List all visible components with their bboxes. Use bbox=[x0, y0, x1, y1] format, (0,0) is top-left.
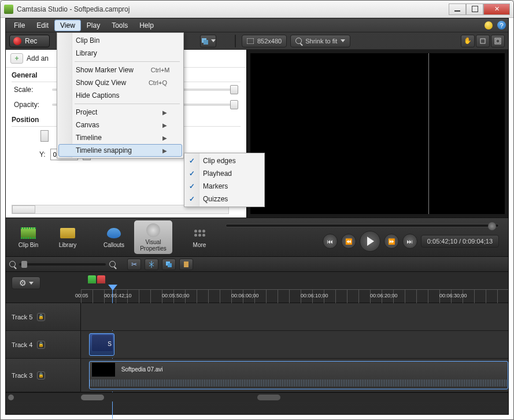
menu-play[interactable]: Play bbox=[81, 20, 106, 31]
tab-callouts[interactable]: Callouts bbox=[95, 220, 133, 254]
tab-library[interactable]: Library bbox=[49, 220, 87, 254]
ruler-tick: 00:06:10;00 bbox=[301, 293, 328, 299]
seek-bar[interactable] bbox=[225, 224, 499, 227]
preview-right-buttons: ✋ bbox=[461, 35, 505, 47]
chevron-down-icon bbox=[211, 39, 216, 42]
menu-help[interactable]: Help bbox=[134, 20, 160, 31]
track-row: Track 3 🔒 Softpedia 07.avi bbox=[6, 359, 508, 392]
lock-icon[interactable]: 🔒 bbox=[37, 341, 45, 349]
menu-item-canvas[interactable]: Canvas▶ bbox=[58, 119, 182, 131]
zoom-controls bbox=[9, 261, 116, 267]
submenu-arrow-icon: ▶ bbox=[162, 122, 167, 128]
import-icon bbox=[201, 37, 209, 45]
preview-canvas[interactable] bbox=[250, 53, 505, 214]
in-marker[interactable] bbox=[88, 275, 96, 283]
lock-icon[interactable]: 🔒 bbox=[37, 371, 45, 380]
crop-button[interactable] bbox=[476, 35, 490, 47]
menu-item-timeline[interactable]: Timeline▶ bbox=[58, 131, 182, 144]
ruler-tick: 00:05 bbox=[75, 293, 88, 299]
canvas-guide bbox=[428, 53, 429, 214]
track-body[interactable]: Softpedia 07.avi bbox=[81, 359, 508, 392]
menu-file[interactable]: File bbox=[8, 20, 31, 31]
prev-button[interactable]: ⏮ bbox=[323, 234, 338, 249]
submenu-arrow-icon: ▶ bbox=[162, 135, 167, 141]
ruler-tick: 00:05:50;00 bbox=[162, 293, 190, 299]
scroll-thumb-secondary[interactable] bbox=[257, 395, 280, 400]
scroll-left-icon[interactable] bbox=[8, 395, 14, 400]
zoom-slider[interactable] bbox=[19, 263, 106, 266]
submenu-arrow-icon: ▶ bbox=[162, 109, 167, 116]
submenu-item-clip-edges[interactable]: Clip edges bbox=[186, 154, 263, 167]
lock-icon[interactable]: 🔒 bbox=[37, 313, 45, 321]
track-body[interactable] bbox=[81, 303, 508, 330]
menu-view[interactable]: View bbox=[54, 20, 81, 31]
play-button[interactable] bbox=[360, 231, 380, 252]
record-icon bbox=[13, 37, 21, 45]
tab-clip-bin[interactable]: Clip Bin bbox=[9, 220, 47, 254]
split-button[interactable] bbox=[145, 259, 158, 270]
opacity-label: Opacity: bbox=[14, 101, 47, 109]
timeline-scrollbar[interactable] bbox=[6, 392, 508, 401]
audio-clip[interactable]: Softpedia 07.avi bbox=[89, 361, 508, 389]
submenu-item-quizzes[interactable]: Quizzes bbox=[186, 193, 263, 205]
paste-button[interactable] bbox=[179, 259, 193, 270]
timeline-header: ⚙ 00:05 00:05:42;10 00:05:50;00 00:06:00… bbox=[6, 272, 508, 303]
menu-item-hide-captions[interactable]: Hide Captions bbox=[58, 89, 182, 102]
canvas-size-button[interactable]: 852x480 bbox=[242, 35, 287, 47]
menu-edit[interactable]: Edit bbox=[31, 20, 54, 31]
rewind-button[interactable]: ⏪ bbox=[341, 234, 356, 249]
expand-icon bbox=[247, 38, 254, 44]
visual-properties-icon bbox=[146, 223, 160, 237]
zoom-out-icon[interactable] bbox=[9, 261, 16, 267]
next-button[interactable]: ⏭ bbox=[402, 234, 417, 249]
y-label: Y: bbox=[39, 150, 46, 159]
track-name: Track 5 bbox=[12, 314, 32, 320]
out-marker[interactable] bbox=[97, 275, 105, 283]
fullscreen-button[interactable] bbox=[491, 35, 505, 47]
submenu-item-playhead[interactable]: Playhead bbox=[186, 167, 263, 180]
menu-item-show-marker-view[interactable]: Show Marker ViewCtrl+M bbox=[58, 64, 182, 76]
maximize-button[interactable] bbox=[466, 3, 483, 15]
close-button[interactable] bbox=[483, 3, 510, 15]
help-icon[interactable]: ? bbox=[497, 21, 506, 30]
record-label: Rec bbox=[25, 37, 37, 45]
pan-button[interactable]: ✋ bbox=[461, 35, 475, 47]
cut-button[interactable]: ✂ bbox=[127, 259, 141, 270]
tab-more[interactable]: More bbox=[180, 220, 219, 254]
menu-item-project[interactable]: Project▶ bbox=[58, 106, 182, 119]
tip-icon[interactable] bbox=[485, 21, 493, 30]
x-stepper[interactable] bbox=[40, 130, 49, 142]
track-body[interactable]: S bbox=[81, 331, 508, 358]
zoom-dropdown[interactable]: Shrink to fit bbox=[290, 35, 350, 47]
in-out-markers[interactable] bbox=[88, 275, 105, 283]
timeline-settings-button[interactable]: ⚙ bbox=[12, 277, 40, 289]
menu-item-library[interactable]: Library bbox=[58, 47, 182, 60]
import-dropdown[interactable] bbox=[200, 35, 216, 47]
svg-rect-2 bbox=[247, 38, 254, 44]
clip-bin-icon bbox=[21, 227, 36, 239]
window-buttons bbox=[449, 3, 510, 15]
titlebar: Camtasia Studio - Softpedia.camproj bbox=[1, 1, 513, 18]
record-button[interactable]: Rec bbox=[9, 35, 50, 47]
ruler-tick: 00:06:30;00 bbox=[439, 293, 467, 299]
timeline-toolbar: ✂ bbox=[6, 257, 508, 272]
timeline-ruler[interactable]: 00:05 00:05:42;10 00:05:50;00 00:06:00;0… bbox=[81, 272, 508, 303]
timecode-display: 0:05:42;10 / 0:09:04;13 bbox=[421, 235, 499, 248]
minimize-button[interactable] bbox=[449, 3, 466, 15]
tab-visual-properties[interactable]: Visual Properties bbox=[134, 220, 172, 254]
menu-item-show-quiz-view[interactable]: Show Quiz ViewCtrl+Q bbox=[58, 76, 182, 89]
submenu-item-markers[interactable]: Markers bbox=[186, 180, 263, 193]
menu-tools[interactable]: Tools bbox=[106, 20, 134, 31]
video-clip[interactable]: S bbox=[89, 333, 114, 356]
forward-button[interactable]: ⏩ bbox=[384, 234, 399, 249]
split-icon bbox=[147, 260, 156, 268]
copy-icon bbox=[165, 261, 172, 268]
scale-label: Scale: bbox=[14, 86, 47, 94]
callouts-icon bbox=[107, 228, 121, 238]
zoom-in-icon[interactable] bbox=[109, 261, 116, 267]
scroll-thumb[interactable] bbox=[81, 395, 104, 400]
menu-item-timeline-snapping[interactable]: Timeline snapping▶ bbox=[58, 144, 182, 157]
add-button[interactable]: + bbox=[10, 53, 23, 64]
menu-item-clip-bin[interactable]: Clip Bin bbox=[58, 34, 182, 47]
copy-button[interactable] bbox=[162, 259, 176, 270]
